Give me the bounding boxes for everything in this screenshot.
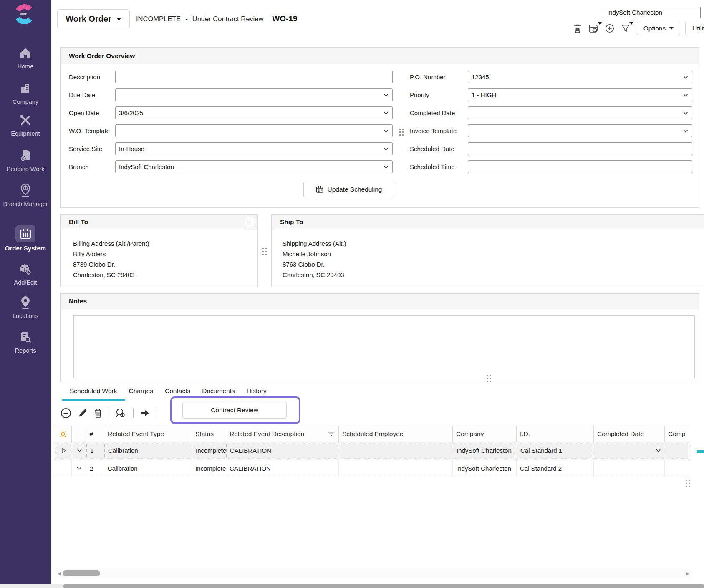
contract-review-button[interactable]: Contract Review [182,402,287,419]
delete-row-button[interactable] [94,408,102,418]
chevron-down-icon [76,447,83,454]
description-input[interactable] [115,71,393,83]
sidebar-item-label: Add/Edit [0,279,51,287]
chevron-down-icon[interactable] [655,447,661,454]
branch-search-input[interactable] [604,7,701,18]
scrollbar-thumb[interactable] [63,584,704,588]
ship-to-title: Ship To [280,218,303,226]
calendar-menu-button[interactable] [588,24,598,33]
sidebar: Home Company Equipment $ Pending Work Br… [0,0,51,584]
invoice-template-select[interactable] [468,124,692,137]
drag-handle[interactable] [486,374,492,383]
table-row[interactable]: 2 Calibration Incomplete CALIBRATION Ind… [55,459,688,477]
scheduled-date-input[interactable] [468,142,692,155]
app-logo[interactable] [14,4,34,24]
row-expander[interactable] [72,442,87,459]
tab-scheduled-work[interactable]: Scheduled Work [70,387,117,397]
record-id: WO-19 [272,14,297,23]
branch-select[interactable]: IndySoft Charleston [115,160,393,173]
update-scheduling-button[interactable]: Update Scheduling [303,182,394,197]
grid-header-status[interactable]: Status [192,426,226,442]
grid-header-id[interactable]: I.D. [517,426,594,442]
filter-menu-button[interactable] [621,24,630,33]
scheduled-time-input[interactable] [468,160,692,173]
cell-num: 2 [86,459,104,477]
sidebar-item-company[interactable]: Company [0,81,51,106]
options-button[interactable]: Options [637,22,680,35]
preview-row-button[interactable] [115,408,127,419]
po-number-select[interactable]: 12345 [468,71,692,83]
priority-select[interactable]: 1 - HIGH [468,88,692,101]
cell-id: Cal Standard 1 [517,442,594,459]
sidebar-item-order-system[interactable]: Order System [0,225,51,252]
chevron-down-icon [116,18,121,20]
sidebar-item-label: Reports [0,347,51,355]
tab-history[interactable]: History [247,387,267,397]
cell-company: IndySoft Charleston [453,442,517,459]
address-line: Billing Address (Alt./Parent) [73,238,257,249]
tab-contacts[interactable]: Contacts [165,387,190,397]
pending-work-icon: $ [0,148,51,164]
cell-completed-date[interactable] [594,442,665,459]
record-type-dropdown[interactable]: Work Order [57,9,130,28]
grid-header-company[interactable]: Company [453,426,517,442]
scheduled-work-toolbar [61,407,156,419]
wo-template-select[interactable] [115,124,393,137]
cell-comp [665,442,689,459]
sidebar-item-locations[interactable]: Locations [0,295,51,320]
grid-horizontal-scrollbar[interactable] [56,569,691,578]
drag-handle[interactable] [262,247,267,256]
sidebar-item-pending-work[interactable]: $ Pending Work [0,148,51,173]
scroll-right-arrow[interactable] [686,572,689,576]
drag-handle[interactable] [399,128,404,136]
sidebar-item-branch-manager[interactable]: Branch Manager [0,183,51,208]
grid-header-num[interactable]: # [86,426,104,442]
row-indicator-cell[interactable] [55,459,72,477]
table-row[interactable]: 1 Calibration Incomplete CALIBRATION Ind… [55,442,688,459]
completed-date-select[interactable] [468,106,692,119]
forward-row-button[interactable] [140,409,150,417]
sidebar-item-add-edit[interactable]: Add/Edit [0,261,51,287]
drag-handle[interactable] [685,479,691,488]
chevron-down-icon [76,465,82,472]
due-date-select[interactable] [115,88,393,101]
grid-header-description[interactable]: Related Event Description [226,426,339,442]
record-type-label: Work Order [66,14,111,24]
ship-to-header: Ship To [272,215,704,230]
grid-header-comp[interactable]: Comp [665,426,688,442]
add-row-button[interactable] [61,408,71,419]
field-label-po-number: P.O. Number [410,71,446,83]
grid-settings-cell[interactable] [55,426,72,442]
scroll-left-arrow[interactable] [58,572,61,576]
bill-to-header: Bill To [61,215,257,230]
row-indicator-cell[interactable] [55,442,72,459]
grid-header-completed-date[interactable]: Completed Date [594,426,665,442]
sidebar-item-reports[interactable]: Reports [0,329,51,355]
bill-to-card: Bill To Billing Address (Alt./Parent) Bi… [60,214,258,287]
row-expander[interactable] [72,459,86,477]
address-line: Michelle Johnson [283,249,704,259]
sidebar-item-label: Order System [0,244,51,252]
grid-header-event-type[interactable]: Related Event Type [104,426,192,442]
field-label-priority: Priority [410,88,429,101]
utilities-button[interactable]: Utilities [685,22,704,35]
delete-record-button[interactable] [573,24,582,33]
edit-row-button[interactable] [78,408,88,418]
toolbar-separator [133,409,134,418]
service-site-select[interactable]: In-House [115,142,393,155]
chevron-down-icon [683,92,689,98]
chevron-down-icon [383,164,389,170]
add-record-button[interactable] [605,24,614,33]
sidebar-item-equipment[interactable]: Equipment [0,112,51,138]
status-badge: INCOMPLETE [136,15,181,23]
tab-charges[interactable]: Charges [129,387,153,397]
sort-icon[interactable] [328,431,335,437]
open-date-select[interactable]: 3/6/2025 [115,106,393,119]
grid-header-employee[interactable]: Scheduled Employee [339,426,453,442]
page-horizontal-scrollbar[interactable] [0,584,704,588]
scrollbar-thumb[interactable] [63,570,100,576]
add-bill-to-button[interactable] [245,217,255,227]
notes-textarea[interactable] [73,315,695,378]
sidebar-item-home[interactable]: Home [0,45,51,71]
tab-documents[interactable]: Documents [202,387,235,397]
